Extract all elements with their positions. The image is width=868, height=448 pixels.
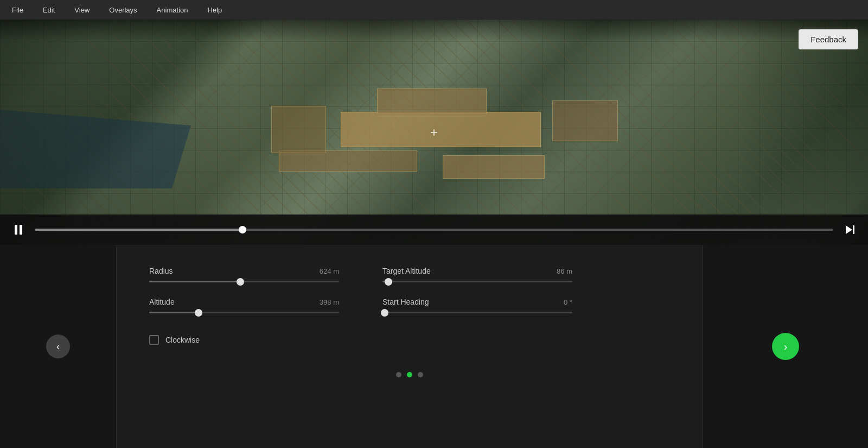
- pause-bar-right: [20, 225, 22, 235]
- radius-fill: [149, 281, 240, 282]
- menu-edit[interactable]: Edit: [40, 4, 58, 16]
- start-heading-header: Start Heading 0 °: [382, 298, 572, 306]
- radius-thumb[interactable]: [237, 278, 244, 286]
- menu-overlays[interactable]: Overlays: [106, 4, 140, 16]
- altitude-value: 398 m: [320, 298, 339, 306]
- target-altitude-thumb[interactable]: [385, 278, 392, 286]
- target-altitude-label: Target Altitude: [382, 267, 431, 275]
- clockwise-label: Clockwise: [165, 336, 200, 344]
- svg-rect-1: [853, 225, 854, 234]
- map-left-gradient: [0, 20, 243, 245]
- start-heading-group: Start Heading 0 °: [382, 298, 572, 313]
- building-1: [341, 112, 541, 147]
- sliders-grid: Radius 624 m Target Altitude 86 m: [149, 267, 572, 313]
- map-top-fade: [0, 20, 868, 41]
- building-2: [377, 89, 487, 114]
- radius-group: Radius 624 m: [149, 267, 339, 282]
- altitude-fill: [149, 312, 199, 313]
- progress-thumb[interactable]: [239, 226, 246, 234]
- clockwise-checkbox[interactable]: [149, 335, 159, 345]
- start-heading-track[interactable]: [382, 312, 572, 313]
- radius-track[interactable]: [149, 281, 339, 282]
- target-altitude-header: Target Altitude 86 m: [382, 267, 572, 275]
- feedback-button[interactable]: Feedback: [799, 29, 858, 49]
- dot-2[interactable]: [418, 372, 423, 377]
- target-altitude-group: Target Altitude 86 m: [382, 267, 572, 282]
- clockwise-row: Clockwise: [149, 335, 670, 345]
- menu-help[interactable]: Help: [204, 4, 225, 16]
- playback-bar: [0, 214, 868, 245]
- menu-view[interactable]: View: [71, 4, 93, 16]
- bottom-panel: ‹ Radius 624 m Target Altitude 86 m: [0, 245, 868, 448]
- radius-header: Radius 624 m: [149, 267, 339, 275]
- start-heading-label: Start Heading: [382, 298, 429, 306]
- pause-icon: [14, 225, 23, 235]
- target-altitude-track[interactable]: [382, 281, 572, 282]
- menu-bar: File Edit View Overlays Animation Help: [0, 0, 868, 20]
- map-viewport: Feedback: [0, 20, 868, 245]
- skip-to-end-button[interactable]: [842, 222, 857, 237]
- menu-animation[interactable]: Animation: [154, 4, 192, 16]
- central-complex: [260, 83, 625, 200]
- sidebar-left: ‹: [0, 245, 117, 448]
- radius-label: Radius: [149, 267, 173, 275]
- pause-button[interactable]: [11, 222, 26, 237]
- radius-value: 624 m: [320, 267, 339, 275]
- start-heading-thumb[interactable]: [381, 309, 388, 317]
- target-altitude-value: 86 m: [557, 267, 572, 275]
- prev-button[interactable]: ‹: [46, 335, 70, 358]
- progress-fill: [35, 229, 242, 231]
- dot-1[interactable]: [407, 372, 412, 377]
- altitude-header: Altitude 398 m: [149, 298, 339, 306]
- altitude-label: Altitude: [149, 298, 175, 306]
- building-6: [552, 100, 618, 142]
- altitude-track[interactable]: [149, 312, 339, 313]
- crosshair: [427, 126, 441, 139]
- pause-bar-left: [15, 225, 17, 235]
- sidebar-right: ›: [703, 245, 868, 448]
- progress-track[interactable]: [35, 229, 833, 231]
- start-heading-value: 0 °: [564, 298, 572, 306]
- pagination-dots: [149, 372, 670, 377]
- altitude-group: Altitude 398 m: [149, 298, 339, 313]
- building-3: [279, 150, 417, 172]
- menu-file[interactable]: File: [9, 4, 27, 16]
- altitude-thumb[interactable]: [195, 309, 202, 317]
- map-right-gradient: [738, 20, 868, 245]
- main-content: Radius 624 m Target Altitude 86 m: [117, 245, 703, 448]
- svg-marker-0: [846, 225, 852, 234]
- dot-0[interactable]: [396, 372, 401, 377]
- building-4: [443, 155, 545, 179]
- next-button[interactable]: ›: [772, 333, 799, 360]
- skip-icon: [844, 224, 856, 236]
- building-5: [271, 106, 326, 153]
